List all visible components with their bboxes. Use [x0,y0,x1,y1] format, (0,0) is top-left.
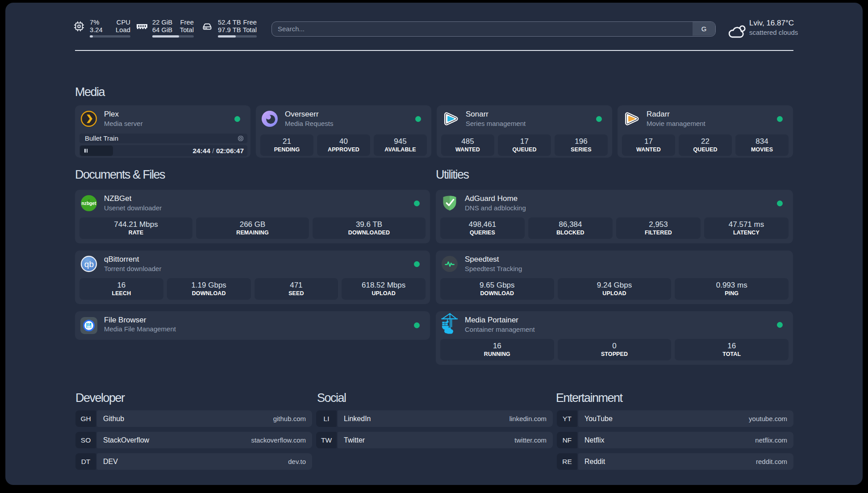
svg-text:nzbget: nzbget [82,201,96,206]
svg-text:qb: qb [84,259,94,269]
